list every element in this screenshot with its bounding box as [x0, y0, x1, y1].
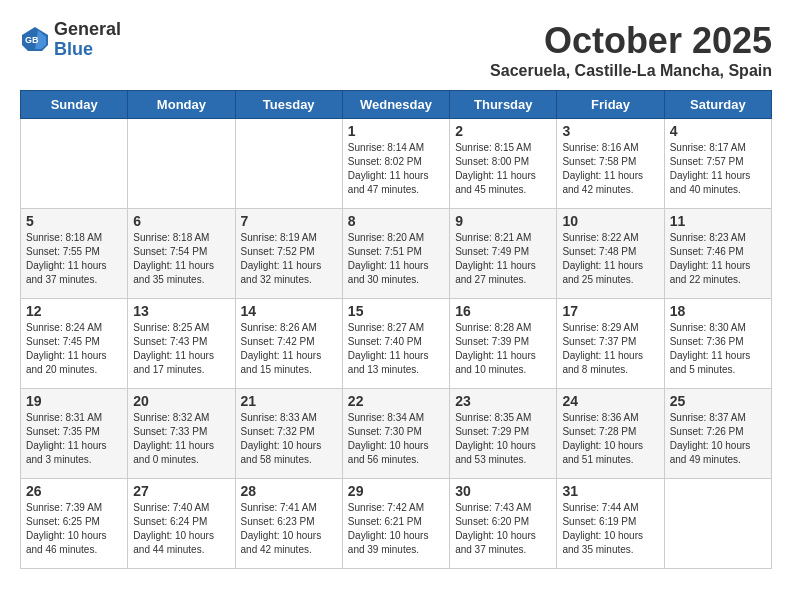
day-info: Sunrise: 8:26 AM Sunset: 7:42 PM Dayligh…: [241, 321, 337, 377]
day-number: 29: [348, 483, 444, 499]
calendar-cell: 7Sunrise: 8:19 AM Sunset: 7:52 PM Daylig…: [235, 209, 342, 299]
svg-text:GB: GB: [25, 35, 39, 45]
calendar-cell: 2Sunrise: 8:15 AM Sunset: 8:00 PM Daylig…: [450, 119, 557, 209]
day-number: 31: [562, 483, 658, 499]
day-info: Sunrise: 8:17 AM Sunset: 7:57 PM Dayligh…: [670, 141, 766, 197]
day-number: 2: [455, 123, 551, 139]
day-info: Sunrise: 8:32 AM Sunset: 7:33 PM Dayligh…: [133, 411, 229, 467]
calendar-cell: 26Sunrise: 7:39 AM Sunset: 6:25 PM Dayli…: [21, 479, 128, 569]
day-info: Sunrise: 8:18 AM Sunset: 7:54 PM Dayligh…: [133, 231, 229, 287]
day-header-sunday: Sunday: [21, 91, 128, 119]
day-info: Sunrise: 8:21 AM Sunset: 7:49 PM Dayligh…: [455, 231, 551, 287]
day-info: Sunrise: 7:41 AM Sunset: 6:23 PM Dayligh…: [241, 501, 337, 557]
day-number: 12: [26, 303, 122, 319]
day-info: Sunrise: 8:37 AM Sunset: 7:26 PM Dayligh…: [670, 411, 766, 467]
calendar-cell: 5Sunrise: 8:18 AM Sunset: 7:55 PM Daylig…: [21, 209, 128, 299]
calendar-cell: 10Sunrise: 8:22 AM Sunset: 7:48 PM Dayli…: [557, 209, 664, 299]
calendar-cell: [21, 119, 128, 209]
day-info: Sunrise: 8:23 AM Sunset: 7:46 PM Dayligh…: [670, 231, 766, 287]
day-info: Sunrise: 8:28 AM Sunset: 7:39 PM Dayligh…: [455, 321, 551, 377]
day-info: Sunrise: 8:33 AM Sunset: 7:32 PM Dayligh…: [241, 411, 337, 467]
day-info: Sunrise: 8:35 AM Sunset: 7:29 PM Dayligh…: [455, 411, 551, 467]
day-number: 5: [26, 213, 122, 229]
month-title: October 2025: [490, 20, 772, 62]
calendar-cell: [128, 119, 235, 209]
day-number: 14: [241, 303, 337, 319]
day-number: 18: [670, 303, 766, 319]
day-number: 19: [26, 393, 122, 409]
day-info: Sunrise: 8:22 AM Sunset: 7:48 PM Dayligh…: [562, 231, 658, 287]
day-info: Sunrise: 8:16 AM Sunset: 7:58 PM Dayligh…: [562, 141, 658, 197]
logo: GB General Blue: [20, 20, 121, 60]
day-info: Sunrise: 8:30 AM Sunset: 7:36 PM Dayligh…: [670, 321, 766, 377]
calendar-cell: 8Sunrise: 8:20 AM Sunset: 7:51 PM Daylig…: [342, 209, 449, 299]
day-info: Sunrise: 8:29 AM Sunset: 7:37 PM Dayligh…: [562, 321, 658, 377]
calendar-cell: 11Sunrise: 8:23 AM Sunset: 7:46 PM Dayli…: [664, 209, 771, 299]
day-header-tuesday: Tuesday: [235, 91, 342, 119]
day-number: 6: [133, 213, 229, 229]
day-info: Sunrise: 8:15 AM Sunset: 8:00 PM Dayligh…: [455, 141, 551, 197]
day-number: 8: [348, 213, 444, 229]
day-info: Sunrise: 7:44 AM Sunset: 6:19 PM Dayligh…: [562, 501, 658, 557]
calendar-table: SundayMondayTuesdayWednesdayThursdayFrid…: [20, 90, 772, 569]
calendar-cell: 20Sunrise: 8:32 AM Sunset: 7:33 PM Dayli…: [128, 389, 235, 479]
day-info: Sunrise: 7:43 AM Sunset: 6:20 PM Dayligh…: [455, 501, 551, 557]
day-number: 23: [455, 393, 551, 409]
day-number: 22: [348, 393, 444, 409]
day-info: Sunrise: 7:42 AM Sunset: 6:21 PM Dayligh…: [348, 501, 444, 557]
calendar-cell: 23Sunrise: 8:35 AM Sunset: 7:29 PM Dayli…: [450, 389, 557, 479]
calendar-cell: 27Sunrise: 7:40 AM Sunset: 6:24 PM Dayli…: [128, 479, 235, 569]
calendar-week-2: 5Sunrise: 8:18 AM Sunset: 7:55 PM Daylig…: [21, 209, 772, 299]
logo-blue-text: Blue: [54, 40, 121, 60]
calendar-cell: 28Sunrise: 7:41 AM Sunset: 6:23 PM Dayli…: [235, 479, 342, 569]
calendar-cell: 22Sunrise: 8:34 AM Sunset: 7:30 PM Dayli…: [342, 389, 449, 479]
day-info: Sunrise: 8:25 AM Sunset: 7:43 PM Dayligh…: [133, 321, 229, 377]
day-number: 13: [133, 303, 229, 319]
day-number: 17: [562, 303, 658, 319]
calendar-cell: 24Sunrise: 8:36 AM Sunset: 7:28 PM Dayli…: [557, 389, 664, 479]
day-number: 15: [348, 303, 444, 319]
calendar-cell: [664, 479, 771, 569]
day-number: 21: [241, 393, 337, 409]
calendar-week-4: 19Sunrise: 8:31 AM Sunset: 7:35 PM Dayli…: [21, 389, 772, 479]
calendar-cell: 3Sunrise: 8:16 AM Sunset: 7:58 PM Daylig…: [557, 119, 664, 209]
day-info: Sunrise: 8:18 AM Sunset: 7:55 PM Dayligh…: [26, 231, 122, 287]
calendar-week-3: 12Sunrise: 8:24 AM Sunset: 7:45 PM Dayli…: [21, 299, 772, 389]
title-section: October 2025 Saceruela, Castille-La Manc…: [490, 20, 772, 80]
calendar-cell: 19Sunrise: 8:31 AM Sunset: 7:35 PM Dayli…: [21, 389, 128, 479]
calendar-cell: [235, 119, 342, 209]
page-header: GB General Blue October 2025 Saceruela, …: [20, 20, 772, 80]
day-info: Sunrise: 8:19 AM Sunset: 7:52 PM Dayligh…: [241, 231, 337, 287]
calendar-cell: 15Sunrise: 8:27 AM Sunset: 7:40 PM Dayli…: [342, 299, 449, 389]
calendar-week-5: 26Sunrise: 7:39 AM Sunset: 6:25 PM Dayli…: [21, 479, 772, 569]
day-header-friday: Friday: [557, 91, 664, 119]
day-number: 4: [670, 123, 766, 139]
calendar-cell: 17Sunrise: 8:29 AM Sunset: 7:37 PM Dayli…: [557, 299, 664, 389]
location-title: Saceruela, Castille-La Mancha, Spain: [490, 62, 772, 80]
calendar-cell: 29Sunrise: 7:42 AM Sunset: 6:21 PM Dayli…: [342, 479, 449, 569]
day-number: 11: [670, 213, 766, 229]
day-info: Sunrise: 7:39 AM Sunset: 6:25 PM Dayligh…: [26, 501, 122, 557]
day-number: 9: [455, 213, 551, 229]
calendar-cell: 18Sunrise: 8:30 AM Sunset: 7:36 PM Dayli…: [664, 299, 771, 389]
day-number: 24: [562, 393, 658, 409]
day-number: 28: [241, 483, 337, 499]
day-info: Sunrise: 8:27 AM Sunset: 7:40 PM Dayligh…: [348, 321, 444, 377]
day-info: Sunrise: 7:40 AM Sunset: 6:24 PM Dayligh…: [133, 501, 229, 557]
day-number: 26: [26, 483, 122, 499]
calendar-cell: 21Sunrise: 8:33 AM Sunset: 7:32 PM Dayli…: [235, 389, 342, 479]
day-number: 7: [241, 213, 337, 229]
day-number: 30: [455, 483, 551, 499]
calendar-cell: 1Sunrise: 8:14 AM Sunset: 8:02 PM Daylig…: [342, 119, 449, 209]
day-number: 10: [562, 213, 658, 229]
day-number: 27: [133, 483, 229, 499]
day-info: Sunrise: 8:20 AM Sunset: 7:51 PM Dayligh…: [348, 231, 444, 287]
day-info: Sunrise: 8:31 AM Sunset: 7:35 PM Dayligh…: [26, 411, 122, 467]
day-number: 25: [670, 393, 766, 409]
day-header-thursday: Thursday: [450, 91, 557, 119]
day-header-saturday: Saturday: [664, 91, 771, 119]
day-number: 3: [562, 123, 658, 139]
calendar-cell: 4Sunrise: 8:17 AM Sunset: 7:57 PM Daylig…: [664, 119, 771, 209]
day-number: 16: [455, 303, 551, 319]
day-info: Sunrise: 8:24 AM Sunset: 7:45 PM Dayligh…: [26, 321, 122, 377]
